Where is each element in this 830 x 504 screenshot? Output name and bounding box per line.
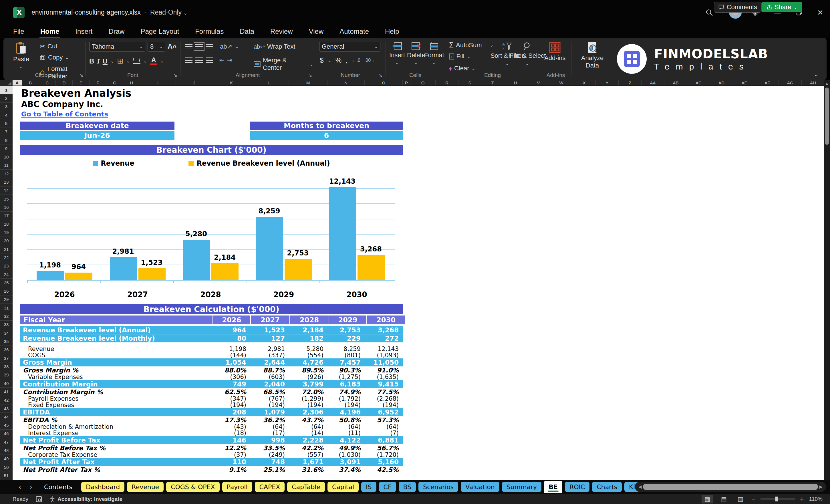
table-of-contents-link[interactable]: Go to Table of Contents (21, 111, 108, 118)
row-header-4[interactable]: 4 (0, 111, 12, 119)
sheet-tab-bs[interactable]: BS (399, 482, 416, 492)
column-header-K[interactable]: K (213, 80, 250, 86)
comments-button[interactable]: Comments (714, 2, 761, 12)
column-header-T[interactable]: T (481, 80, 504, 86)
sheet-tab-cf[interactable]: CF (379, 482, 396, 492)
ribbon-tab-view[interactable]: View (307, 26, 325, 37)
row-header-39[interactable]: 39 (0, 371, 12, 379)
row-header-2[interactable]: 2 (0, 94, 12, 102)
paste-button[interactable]: Paste⌄ (13, 42, 29, 69)
increase-decimal-button[interactable]: ←.0 (352, 58, 360, 63)
font-color-button[interactable]: A (150, 57, 157, 65)
percent-style-button[interactable]: % (336, 56, 342, 64)
align-bottom-button[interactable] (205, 44, 213, 49)
column-header-Z[interactable]: Z (619, 80, 641, 86)
sheet-tab-scenarios[interactable]: Scenarios (418, 482, 458, 492)
find-select-button[interactable]: Find & Select⌄ (518, 42, 537, 66)
column-header-C[interactable]: C (39, 80, 56, 86)
scroll-left-icon[interactable]: ◀ (637, 484, 643, 490)
normal-view-icon[interactable]: ▦ (702, 495, 713, 503)
row-header-32[interactable]: 32 (0, 312, 12, 320)
sheet-tab-capital[interactable]: Capital (327, 482, 359, 492)
chevron-down-icon[interactable]: ⌄ (327, 58, 331, 63)
row-headers[interactable]: 1234578910111213141516171819202122232425… (0, 86, 12, 480)
sheet-tab-be[interactable]: BE (544, 481, 562, 493)
column-header-X[interactable]: X (573, 80, 596, 86)
accessibility-status[interactable]: Accessibility: Investigate (50, 496, 122, 502)
comma-style-button[interactable]: , (346, 56, 348, 65)
scroll-up-icon[interactable]: ▲ (824, 80, 830, 86)
chevron-down-icon[interactable]: ⌄ (183, 10, 187, 15)
ribbon-tab-review[interactable]: Review (268, 26, 295, 37)
ribbon-tab-file[interactable]: File (11, 26, 26, 37)
alignment-dialog-launcher[interactable]: ↘ (308, 72, 312, 78)
column-header-P[interactable]: P (403, 80, 410, 86)
column-header-AE[interactable]: AE (733, 80, 756, 86)
column-header-R[interactable]: R (436, 80, 458, 86)
autosum-button[interactable]: Σ AutoSum⌄ (449, 41, 493, 50)
sheet-tab-is[interactable]: IS (361, 482, 376, 492)
fill-button[interactable]: ↓ Fill⌄ (449, 53, 471, 60)
zoom-out-icon[interactable]: − (752, 495, 755, 503)
row-header-18[interactable]: 18 (0, 220, 12, 228)
row-header-1[interactable]: 1 (0, 86, 12, 94)
row-header-3[interactable]: 3 (0, 103, 12, 111)
row-header-23[interactable]: 23 (0, 262, 12, 270)
sheet-tab-summary[interactable]: Summary (502, 482, 541, 492)
row-header-17[interactable]: 17 (0, 212, 12, 220)
column-header-G[interactable]: G (106, 80, 123, 86)
sheet-tab-dashboard[interactable]: Dashboard (81, 482, 124, 492)
row-header-50[interactable]: 50 (0, 463, 12, 471)
borders-button[interactable]: ⊞ (117, 57, 123, 65)
clear-button[interactable]: ⬧ Clear⌄ (449, 65, 475, 72)
row-header-7[interactable]: 7 (0, 128, 12, 136)
share-button[interactable]: Share ⌄ (761, 2, 802, 12)
column-header-N[interactable]: N (327, 80, 365, 86)
column-header-AC[interactable]: AC (687, 80, 710, 86)
zoom-in-icon[interactable]: + (800, 495, 804, 503)
macro-record-icon[interactable] (36, 496, 42, 502)
row-header-21[interactable]: 21 (0, 245, 12, 253)
row-header-33[interactable]: 33 (0, 321, 12, 329)
ribbon-tab-draw[interactable]: Draw (107, 26, 126, 37)
sheet-tab-revenue[interactable]: Revenue (127, 482, 164, 492)
row-header-46[interactable]: 46 (0, 430, 12, 438)
zoom-level[interactable]: 110% (809, 496, 823, 502)
column-header-S[interactable]: S (458, 80, 481, 86)
orientation-button[interactable]: ab↗ (220, 43, 232, 50)
row-header-42[interactable]: 42 (0, 396, 12, 405)
column-header-AD[interactable]: AD (710, 80, 733, 86)
horizontal-scrollbar[interactable]: ◀ ▶ (635, 482, 826, 492)
ribbon-tab-data[interactable]: Data (238, 26, 256, 37)
close-button[interactable]: ✕ (814, 6, 827, 19)
column-header-Y[interactable]: Y (596, 80, 619, 86)
sheet-tab-capex[interactable]: CAPEX (255, 482, 285, 492)
row-header-20[interactable]: 20 (0, 237, 12, 245)
zoom-slider[interactable] (761, 499, 795, 499)
ribbon-tab-insert[interactable]: Insert (73, 26, 94, 37)
column-headers[interactable]: ABCDEFGHIJKLMNOPQRSTUVWXYZAAABACADAEAFAG… (12, 80, 824, 86)
addins-button[interactable]: Add-ins (544, 42, 566, 62)
align-top-button[interactable] (185, 44, 192, 49)
collapse-ribbon-icon[interactable]: ⌄ (814, 71, 819, 78)
row-header-24[interactable]: 24 (0, 270, 12, 279)
row-header-14[interactable]: 14 (0, 187, 12, 195)
row-header-36[interactable]: 36 (0, 346, 12, 354)
number-format-select[interactable]: General⌄ (319, 42, 380, 52)
row-header-47[interactable]: 47 (0, 438, 12, 446)
row-header-22[interactable]: 22 (0, 253, 12, 262)
row-header-31[interactable]: 31 (0, 304, 12, 312)
column-header-H[interactable]: H (123, 80, 140, 86)
sheet-tab-valuation[interactable]: Valuation (461, 482, 499, 492)
row-header-37[interactable]: 37 (0, 354, 12, 363)
column-header-A[interactable]: A (12, 80, 22, 86)
scroll-right-icon[interactable]: ▶ (818, 484, 824, 490)
vertical-scroll-thumb[interactable] (825, 88, 829, 145)
chevron-down-icon[interactable]: ⌄ (235, 44, 239, 50)
sheet-tab-captable[interactable]: CapTable (287, 482, 325, 492)
sheet-tab-charts[interactable]: Charts (592, 482, 622, 492)
spreadsheet-canvas[interactable]: Breakeven Analysis ABC Company Inc. Go t… (12, 86, 824, 480)
row-header-16[interactable]: 16 (0, 203, 12, 211)
insert-cells-button[interactable]: Insert⌄ (389, 42, 405, 65)
align-center-button[interactable] (195, 58, 203, 63)
